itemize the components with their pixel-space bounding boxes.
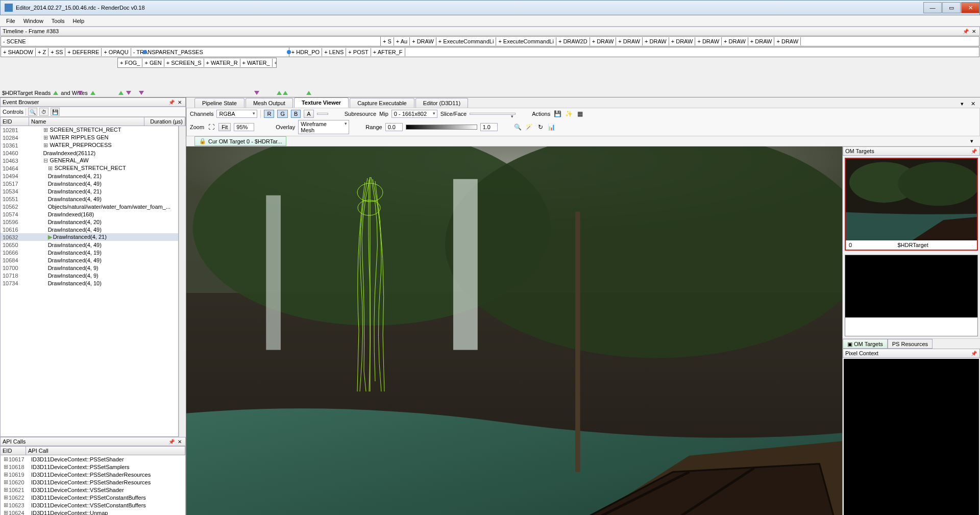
event-row[interactable]: 10281 ⊞ SCREEN_STRETCH_RECT [1,126,178,134]
timeline-cell[interactable]: + DRAW [590,37,617,45]
api-calls-header[interactable]: API Calls 📌 ✕ [0,437,186,446]
event-row[interactable]: 10494 DrawInstanced(4, 21) [1,172,178,180]
menu-file[interactable]: File [2,17,19,25]
tab-pipeline-state[interactable]: Pipeline State [194,98,244,108]
om-targets-header[interactable]: OM Targets 📌 [843,146,980,156]
col-eid[interactable]: EID [1,447,26,455]
tab-editor-d3d11[interactable]: Editor (D3D11) [415,98,468,108]
range-hi[interactable]: 1.0 [480,123,498,131]
pin-icon[interactable]: 📌 [168,438,175,445]
pin-icon[interactable]: 📌 [962,28,969,35]
col-eid[interactable]: EID [1,117,29,126]
zoom-fit-icon[interactable]: ⛶ [207,123,215,131]
event-row[interactable]: 10632 ▶DrawInstanced(4, 21) [1,233,178,241]
timeline-cell[interactable]: + GEN [273,59,277,67]
texture-view-main[interactable] [186,146,842,515]
api-call-row[interactable]: ⊞10619ID3D11DeviceContext::PSSetShaderRe… [1,471,185,478]
om-target-thumb-0[interactable]: 0 $HDRTarget [845,158,978,251]
minimize-button[interactable]: — [923,2,942,13]
reset-icon[interactable]: ↻ [536,123,545,131]
timeline-cell[interactable]: + FOG_ [118,59,142,67]
api-call-row[interactable]: ⊞10618ID3D11DeviceContext::PSSetSamplers [1,463,185,471]
channels-select[interactable]: RGBA [216,110,257,118]
mip-select[interactable]: 0 - 1661x802 [391,110,437,118]
timeline-cell[interactable]: + DRAW2D [556,37,590,45]
texture-tab-current[interactable]: 🔒 Cur OM Target 0 - $HDRTar... [194,136,286,146]
api-call-row[interactable]: ⊞10622ID3D11DeviceContext::PSSetConstant… [1,494,185,501]
menu-help[interactable]: Help [69,17,89,25]
dropdown-icon[interactable]: ▾ [968,138,976,144]
timeline-cell[interactable]: + SCREEN_S [164,59,204,67]
timeline-cell[interactable]: + AFTER_F [371,48,405,56]
timeline-cell[interactable]: + GEN [142,59,164,67]
event-row[interactable]: 10460 DrawIndexed(26112) [1,149,178,157]
swatch-white[interactable] [317,113,328,115]
channel-b-button[interactable]: B [291,110,301,118]
maximize-button[interactable]: ▭ [942,2,961,13]
close-button[interactable]: ✕ [961,2,979,13]
timeline-cell[interactable]: + Z [36,48,48,56]
event-row[interactable]: 10361 ⊞ WATER_PREPROCESS [1,141,178,149]
close-icon[interactable]: ✕ [176,99,183,106]
timeline-cell[interactable]: + SS [48,48,65,56]
event-row[interactable]: 10596 DrawInstanced(4, 20) [1,218,178,226]
event-row[interactable]: 10517 DrawInstanced(4, 49) [1,180,178,187]
api-call-row[interactable]: ⊞10617ID3D11DeviceContext::PSSetShader [1,455,185,463]
api-call-row[interactable]: ⊞10623ID3D11DeviceContext::VSSetConstant… [1,501,185,509]
fit-button[interactable]: Fit [218,123,231,131]
pin-icon[interactable]: 📌 [970,350,977,357]
event-tree[interactable]: 10281 ⊞ SCREEN_STRETCH_RECT10284 ⊞ WATER… [0,126,179,437]
close-icon[interactable]: ✕ [970,28,977,35]
timeline-cell[interactable]: + OPAQU [102,48,131,56]
tl-scene[interactable]: - SCENE [1,37,381,46]
api-calls-list[interactable]: ⊞10617ID3D11DeviceContext::PSSetShader⊞1… [0,455,186,515]
event-row[interactable]: 10684 DrawInstanced(4, 49) [1,256,178,264]
timeline-row-2[interactable]: + SHADOW+ Z+ SS+ DEFERRE+ OPAQU - TRANSP… [1,47,979,57]
api-call-row[interactable]: ⊞10621ID3D11DeviceContext::VSSetShader [1,486,185,494]
tab-mesh-output[interactable]: Mesh Output [246,98,293,108]
range-lo[interactable]: 0.0 [385,123,403,131]
col-name[interactable]: Name [29,117,144,126]
event-row[interactable]: 10551 DrawInstanced(4, 49) [1,195,178,203]
timeline-cell[interactable]: + DRAW [643,37,669,45]
overlay-select[interactable]: Wireframe Mesh [298,120,349,134]
channel-r-button[interactable]: R [264,110,274,118]
pin-icon[interactable]: 📌 [970,148,977,155]
close-icon[interactable]: ✕ [971,101,978,108]
zoom-value[interactable]: 95% [234,123,254,131]
timeline-cell[interactable]: + HDR_PO [289,48,322,56]
event-row[interactable]: 10734 DrawInstanced(4, 10) [1,279,178,287]
event-row[interactable]: 10574 DrawIndexed(168) [1,210,178,218]
subtab-ps-resources[interactable]: PS Resources [888,339,933,349]
tab-capture-executable[interactable]: Capture Executable [350,98,414,108]
menu-window[interactable]: Window [19,17,47,25]
event-row[interactable]: 10700 DrawInstanced(4, 9) [1,264,178,272]
channel-a-button[interactable]: A [304,110,313,118]
event-row[interactable]: 10463 ⊟ GENERAL_AW [1,157,178,164]
menu-tools[interactable]: Tools [47,17,69,25]
event-browser-header[interactable]: Event Browser 📌 ✕ [0,97,186,107]
scrollbar[interactable] [179,126,186,437]
channel-g-button[interactable]: G [277,110,288,118]
timeline-cell[interactable]: + WATER_ [240,59,273,67]
api-call-row[interactable]: ⊞10624ID3D11DeviceContext::Unmap [1,509,185,515]
timeline-cell[interactable]: + SHADOW [1,48,36,56]
timeline-cell[interactable]: + DRAW [669,37,696,45]
timeline-cell[interactable]: + ExecuteCommandLi [436,37,497,45]
timeline-cell[interactable]: + DRAW [722,37,748,45]
timeline-cell[interactable]: + WATER_R [204,59,240,67]
range-slider[interactable] [406,125,477,130]
subtab-om-targets[interactable]: ▣ OM Targets [843,339,888,349]
om-target-thumb-1[interactable] [845,255,978,336]
event-row[interactable]: 10534 DrawInstanced(4, 21) [1,187,178,195]
pixel-context-header[interactable]: Pixel Context 📌 [843,349,980,358]
tl-transparent[interactable]: - TRANSPARENT_PASSES [131,47,289,57]
wand-icon[interactable]: 🪄 [525,123,533,131]
close-icon[interactable]: ✕ [176,438,183,445]
clock-icon[interactable]: ⏱ [39,108,48,116]
timeline-cell[interactable]: + Au [394,37,410,45]
event-row[interactable]: 10666 DrawInstanced(4, 19) [1,249,178,256]
timeline-row-3[interactable]: + FOG_+ GEN+ SCREEN_S+ WATER_R+ WATER_+ … [117,58,277,68]
timeline-cell[interactable]: + LENS [322,48,346,56]
grid-icon[interactable]: ▦ [576,110,584,118]
